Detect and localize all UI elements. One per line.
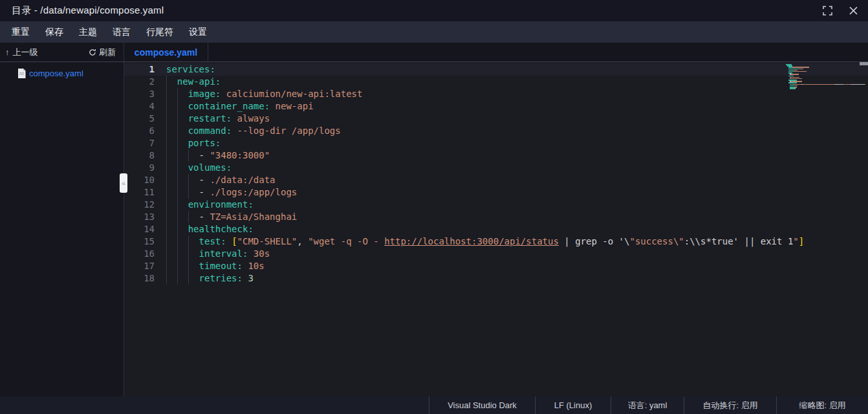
toolbar-row: ↑ 上一级 刷新 compose.yaml xyxy=(0,43,868,62)
indent-guide xyxy=(166,149,177,162)
indent-guide xyxy=(188,149,199,162)
line-text: image: calciumion/new-api:latest xyxy=(166,88,362,100)
status-theme[interactable]: Visual Studio Dark xyxy=(429,397,535,414)
file-icon xyxy=(17,69,26,78)
code-line: 18retries: 3 xyxy=(124,272,868,285)
indent-guide xyxy=(166,162,177,174)
code-line: 17timeout: 10s xyxy=(124,260,868,272)
indent-guide xyxy=(166,223,177,235)
code-token xyxy=(226,236,232,246)
line-text: retries: 3 xyxy=(166,272,254,285)
code-line: 13- TZ=Asia/Shanghai xyxy=(124,211,868,223)
indent-guide xyxy=(188,211,199,223)
code-token xyxy=(270,101,275,111)
status-minimap[interactable]: 缩略图: 启用 xyxy=(776,397,868,414)
indent-guide xyxy=(166,125,177,137)
menu-item-language[interactable]: 语言 xyxy=(113,27,131,38)
code-token xyxy=(221,89,226,99)
code-token: volumes: xyxy=(188,162,232,173)
fullscreen-button[interactable] xyxy=(821,5,833,17)
menu-item-line-ending[interactable]: 行尾符 xyxy=(146,27,173,38)
indent-guide xyxy=(177,272,188,285)
code-token: interval: xyxy=(199,248,248,259)
indent-guide xyxy=(188,186,199,199)
sidebar-collapse-handle[interactable]: « xyxy=(120,173,127,193)
code-token: ports: xyxy=(188,138,221,148)
code-line: 4container_name: new-api xyxy=(124,100,868,113)
indent-guide xyxy=(166,260,177,272)
indent-guide xyxy=(166,248,177,260)
code-token xyxy=(248,248,253,259)
line-text: command: --log-dir /app/logs xyxy=(166,125,341,137)
line-number: 3 xyxy=(124,88,155,100)
indent-guide xyxy=(177,199,188,211)
up-one-level-button[interactable]: ↑ 上一级 xyxy=(5,47,38,58)
up-arrow-icon: ↑ xyxy=(5,47,10,57)
indent-guide xyxy=(188,260,199,272)
minimap-line xyxy=(790,88,862,89)
minimap[interactable] xyxy=(786,64,862,89)
minimap-segment xyxy=(790,88,795,89)
code-token: ./logs:/app/logs xyxy=(210,187,297,197)
code-line: 1services: xyxy=(124,63,868,76)
tab-label: compose.yaml xyxy=(135,47,197,58)
code-token: healthcheck: xyxy=(188,224,254,234)
line-number: 12 xyxy=(124,199,155,211)
line-number: 7 xyxy=(124,137,155,149)
code-token: restart: xyxy=(188,113,232,124)
indent-guide xyxy=(166,76,177,88)
code-line: 11- ./logs:/app/logs xyxy=(124,186,868,199)
indent-guide xyxy=(177,100,188,113)
code-token: 30s xyxy=(254,248,270,259)
url-link[interactable]: http://localhost:3000/api/status xyxy=(384,236,559,246)
code-line: 6command: --log-dir /app/logs xyxy=(124,125,868,137)
line-text: healthcheck: xyxy=(166,223,254,235)
line-number: 13 xyxy=(124,211,155,223)
code-line: 15test: ["CMD-SHELL", "wget -q -O - http… xyxy=(124,235,868,248)
file-list: compose.yaml xyxy=(0,67,124,80)
code-token: | grep -o '\ xyxy=(559,236,630,246)
fullscreen-icon xyxy=(823,6,832,16)
line-text: services: xyxy=(166,63,215,76)
line-text: - ./data:/data xyxy=(166,174,276,186)
line-number: 14 xyxy=(124,223,155,235)
code-token: - xyxy=(199,187,210,197)
menu-item-save[interactable]: 保存 xyxy=(45,27,63,38)
menu-item-settings[interactable]: 设置 xyxy=(189,27,207,38)
line-number: 11 xyxy=(124,186,155,199)
line-text: restart: always xyxy=(166,113,270,125)
code-line: 8- "3480:3000" xyxy=(124,149,868,162)
scrollbar-thumb[interactable] xyxy=(860,62,868,65)
code-token: timeout: xyxy=(199,261,243,271)
indent-guide xyxy=(166,272,177,285)
status-word-wrap[interactable]: 自动换行: 启用 xyxy=(684,397,776,414)
line-text: new-api: xyxy=(166,76,221,88)
indent-guide xyxy=(166,211,177,223)
code-token: - xyxy=(199,212,210,222)
code-line: 9volumes: xyxy=(124,162,868,174)
line-text: - TZ=Asia/Shanghai xyxy=(166,211,297,223)
menu-item-reset[interactable]: 重置 xyxy=(12,27,30,38)
indent-guide xyxy=(177,174,188,186)
close-button[interactable] xyxy=(847,5,859,17)
line-text: test: ["CMD-SHELL", "wget -q -O - http:/… xyxy=(166,235,804,248)
indent-guide xyxy=(177,223,188,235)
status-language[interactable]: 语言: yaml xyxy=(611,397,684,414)
indent-guide xyxy=(177,125,188,137)
editor-window: 目录 - /data/newapi/compose.yaml 重置保存主题语言行… xyxy=(0,0,868,414)
file-item[interactable]: compose.yaml xyxy=(0,67,124,80)
indent-guide xyxy=(177,248,188,260)
code-token: 3 xyxy=(248,273,253,283)
code-token: test: xyxy=(199,236,226,246)
status-line-ending[interactable]: LF (Linux) xyxy=(535,397,611,414)
indent-guide xyxy=(188,235,199,248)
line-text: container_name: new-api xyxy=(166,100,314,113)
code-editor[interactable]: 1services:2new-api:3image: calciumion/ne… xyxy=(124,62,868,397)
indent-guide xyxy=(166,137,177,149)
refresh-button[interactable]: 刷新 xyxy=(89,47,116,58)
indent-guide xyxy=(188,248,199,260)
window-title: 目录 - /data/newapi/compose.yaml xyxy=(12,5,164,17)
tab-compose-yaml[interactable]: compose.yaml xyxy=(124,43,208,61)
menu-item-theme[interactable]: 主题 xyxy=(79,27,97,38)
indent-guide xyxy=(177,260,188,272)
